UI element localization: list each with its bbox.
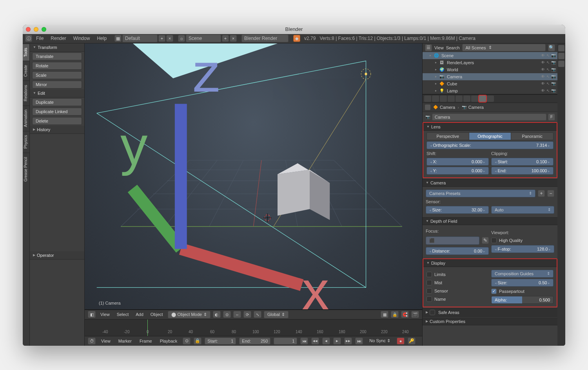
sensor-fit-dropdown[interactable]: Auto [491,206,554,214]
layers-icon[interactable]: ▦ [381,311,388,318]
cursor-icon[interactable]: ↖ [546,88,550,93]
render-vis-icon[interactable]: 📷 [551,60,556,65]
cursor-icon[interactable]: ↖ [546,67,550,72]
vp-menu-add[interactable]: Add [133,311,146,318]
screen-layout-delete[interactable]: × [166,35,173,42]
camera-presets-dropdown[interactable]: Camera Presets [426,190,535,197]
outliner-row[interactable]: ▸🖼RenderLayers👁↖📷 [423,59,557,66]
orientation-dropdown[interactable]: Global ⇕ [264,311,289,318]
tl-view[interactable]: View [99,338,113,344]
vp-menu-select[interactable]: Select [114,311,131,318]
screen-layout-icon[interactable]: ▦ [114,35,122,42]
tab-relations[interactable]: Relations [23,81,29,105]
timeline-editor-icon[interactable]: ⏱ [88,338,96,345]
duplicate-linked-button[interactable]: Duplicate Linked [32,108,82,116]
tab-grease-pencil[interactable]: Grease Pencil [23,153,29,186]
outliner-row[interactable]: ▸💡Lamp👁↖📷 [423,87,557,94]
autokey-record-icon[interactable]: ● [397,338,405,345]
clip-end-field[interactable]: End:100.000 [491,167,554,175]
sensor-size-field[interactable]: Size:32.00 [426,206,489,214]
render-vis-icon[interactable]: 📷 [551,53,556,58]
outliner-view[interactable]: View [434,45,444,50]
tl-frame[interactable]: Frame [137,338,154,344]
render-vis-icon[interactable]: 📷 [551,74,556,79]
outliner-row[interactable]: ▸📷Camera👁↖📷 [423,73,557,80]
eye-icon[interactable]: 👁 [541,53,545,58]
eye-icon[interactable]: 👁 [541,74,545,79]
cursor-icon[interactable]: ↖ [546,74,550,79]
outliner-filter-dropdown[interactable]: All Scenes ⇕ [462,44,546,51]
screen-layout-dropdown[interactable]: Default [122,34,158,42]
render-engine-dropdown[interactable]: Blender Render [241,34,289,42]
prev-keyframe-icon[interactable]: ◂◂ [311,338,319,345]
composition-guides-dropdown[interactable]: Composition Guides [491,270,554,278]
tab-tools[interactable]: Tools [23,43,29,61]
play-reverse-icon[interactable]: ◂ [322,338,330,345]
history-header[interactable]: History [30,126,84,134]
alpha-slider[interactable]: Alpha:0.500 [491,296,554,304]
shading-icon[interactable]: ◐ [213,311,221,318]
scene-add[interactable]: + [222,35,229,42]
tl-range-icon[interactable]: ⊙ [183,338,191,345]
outliner-search[interactable]: Search [446,45,460,50]
lens-header[interactable]: Lens [423,123,557,131]
tab-scene-icon[interactable] [440,96,447,102]
timeline-track[interactable]: -40 -20 0 20 40 60 80 100 120 140 160 18… [85,319,422,336]
focus-object-field[interactable]: ⬛ [426,236,479,245]
3d-viewport[interactable]: z x y (1) Camera [85,43,422,310]
manipulator-translate-icon[interactable]: ↔ [233,311,241,318]
preset-remove-button[interactable]: − [547,190,554,197]
snap-icon[interactable]: 🧲 [401,311,409,318]
tab-physics[interactable]: Physics [23,131,29,152]
start-frame-field[interactable]: Start:1 [205,338,236,345]
outliner-render-icon[interactable] [558,61,564,67]
eye-icon[interactable]: 👁 [541,81,545,86]
menu-help[interactable]: Help [94,34,110,42]
vp-menu-view[interactable]: View [98,311,112,318]
translate-button[interactable]: Translate [32,52,82,60]
scene-delete[interactable]: × [230,35,237,42]
high-quality-checkbox[interactable]: High Quality [491,237,554,244]
outliner-row[interactable]: ▸🌐Scene👁↖📷 [423,52,557,59]
tab-modifiers-icon[interactable] [471,96,478,102]
keying-set-icon[interactable]: 🔑 [408,338,416,345]
right-scrollbar[interactable] [557,43,565,346]
shift-y-field[interactable]: Y:0.000 [426,167,489,175]
screen-layout-add[interactable]: + [158,35,165,42]
render-vis-icon[interactable]: 📷 [551,67,556,72]
end-frame-field[interactable]: End:250 [239,338,270,345]
eye-icon[interactable]: 👁 [541,88,545,93]
pivot-icon[interactable]: ⊙ [223,311,231,318]
outliner-editor-icon[interactable]: ☰ [425,44,432,51]
limits-checkbox[interactable]: Limits [426,271,489,278]
display-header[interactable]: Display [423,259,557,267]
camera-datablock-dropdown[interactable]: Camera [432,114,546,121]
rotate-button[interactable]: Rotate [32,62,82,70]
edit-header[interactable]: Edit [30,89,84,97]
outliner-row[interactable]: ▸🔶Cube👁↖📷 [423,80,557,87]
render-vis-icon[interactable]: 📷 [551,88,556,93]
tl-marker[interactable]: Marker [116,338,134,344]
outliner-row[interactable]: ▸🌍World👁↖📷 [423,66,557,73]
transform-header[interactable]: Transform [30,43,84,52]
jump-end-icon[interactable]: ⏭ [355,338,363,345]
custom-props-header[interactable]: Custom Properties [423,318,557,325]
mist-checkbox[interactable]: Mist [426,279,489,286]
play-icon[interactable]: ▸ [333,338,341,345]
tab-physics-icon[interactable] [487,96,494,102]
tab-create[interactable]: Create [23,61,29,81]
editor-type-icon[interactable]: ⓘ [25,35,32,42]
manipulator-rotate-icon[interactable]: ⟳ [243,311,251,318]
sensor-checkbox[interactable]: Sensor [426,287,489,294]
clip-start-field[interactable]: Start:0.100 [491,158,554,166]
mirror-button[interactable]: Mirror [32,81,82,88]
cursor-icon[interactable]: ↖ [546,81,550,86]
jump-start-icon[interactable]: ⏮ [300,338,308,345]
vp-menu-object[interactable]: Object [148,311,165,318]
mode-dropdown[interactable]: ⬤ Object Mode ⇕ [168,311,211,318]
fstop-field[interactable]: F-stop:128.0 [491,245,554,253]
pin-icon[interactable] [425,105,430,110]
outliner-vis-icon[interactable] [558,45,564,51]
duplicate-button[interactable]: Duplicate [32,98,82,106]
render-preview-icon[interactable]: 🎬 [411,311,419,318]
